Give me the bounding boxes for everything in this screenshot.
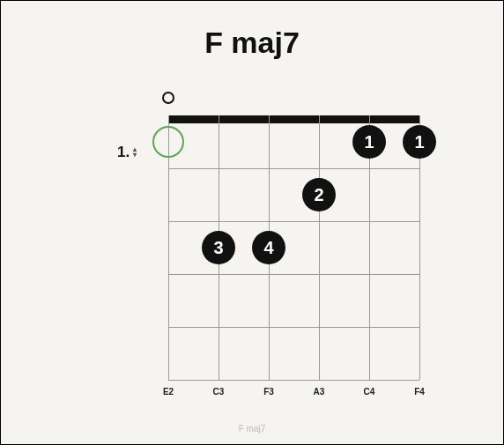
chord-title: F maj7 — [1, 26, 503, 60]
finger-dot: 4 — [252, 231, 285, 264]
fret-line — [168, 327, 419, 328]
string-label: F4 — [414, 387, 425, 397]
finger-dot: 1 — [352, 125, 386, 159]
fret-line — [168, 274, 419, 275]
chord-diagram: 11234E2C3F3A3C4F4 — [168, 115, 419, 380]
string-label: E2 — [163, 387, 174, 397]
open-string-marker — [162, 92, 174, 104]
string-label: F3 — [263, 387, 274, 397]
finger-dot: 3 — [202, 231, 235, 264]
finger-dot: 1 — [403, 125, 436, 159]
fret-line — [168, 221, 419, 222]
finger-dot: 2 — [302, 178, 336, 211]
root-ring — [152, 126, 184, 158]
chevron-down-icon[interactable]: ▾ — [133, 152, 137, 158]
chord-caption: F maj7 — [1, 424, 503, 434]
fret-line — [168, 380, 419, 381]
string-label: C3 — [213, 387, 225, 397]
string-label: C4 — [364, 387, 375, 397]
string-label: A3 — [314, 387, 325, 397]
start-fret-indicator: 1. ▴ ▾ — [117, 144, 137, 161]
nut-bar — [168, 115, 419, 123]
fret-stepper[interactable]: ▴ ▾ — [133, 147, 137, 158]
start-fret-label: 1. — [117, 144, 130, 161]
string-line — [319, 115, 320, 380]
fret-line — [168, 168, 419, 169]
